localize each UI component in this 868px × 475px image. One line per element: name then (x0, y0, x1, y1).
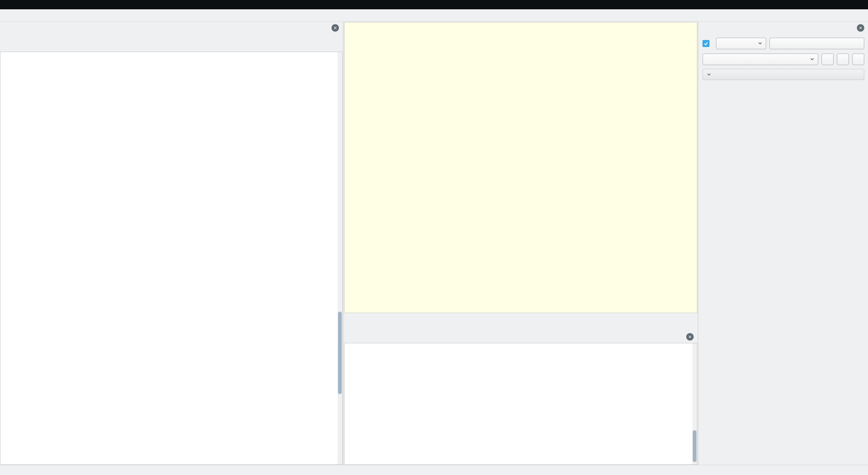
check-icon (703, 41, 709, 46)
customizer-row-1 (702, 38, 864, 49)
save-preset-button[interactable] (852, 54, 864, 65)
chevron-down-icon (758, 40, 762, 47)
customizer-row-2 (702, 54, 864, 65)
customizer-controls (699, 34, 868, 68)
menu-bar (0, 9, 868, 22)
customizer-panel-header (699, 22, 868, 34)
show-details-dropdown[interactable] (716, 38, 766, 49)
console-scrollbar[interactable] (692, 343, 697, 464)
console-scrollbar-thumb[interactable] (693, 430, 696, 462)
add-preset-button[interactable] (822, 54, 834, 65)
center-column (344, 22, 697, 465)
editor-panel (0, 22, 343, 465)
editor-scrollbar[interactable] (338, 52, 342, 464)
editor-scrollbar-thumb[interactable] (338, 312, 342, 394)
remove-preset-button[interactable] (837, 54, 849, 65)
openscad-window: { "window": { "title": "screw_nut_piecew… (0, 0, 868, 475)
customizer-panel (699, 22, 868, 465)
3d-viewport[interactable] (344, 22, 697, 313)
title-bar[interactable] (0, 0, 868, 9)
main-area (0, 22, 868, 465)
chevron-down-icon (810, 56, 815, 63)
parameters-header[interactable] (702, 69, 864, 80)
viewport-toolbar (344, 313, 697, 331)
reset-button[interactable] (769, 38, 864, 49)
editor-panel-header (0, 22, 343, 34)
editor-close-icon[interactable] (331, 24, 339, 32)
code-editor[interactable] (0, 52, 343, 465)
chevron-down-icon (707, 72, 711, 77)
automatic-preview-checkbox[interactable] (702, 40, 709, 47)
close-x-icon (333, 26, 337, 30)
console-panel-header (344, 331, 697, 343)
console-log[interactable] (344, 343, 697, 465)
console-close-icon[interactable] (686, 333, 694, 341)
close-x-icon (859, 26, 862, 30)
close-x-icon (688, 335, 692, 339)
preset-dropdown[interactable] (702, 54, 818, 65)
editor-toolbar (0, 34, 343, 52)
customizer-close-icon[interactable] (857, 24, 864, 32)
status-bar (0, 465, 868, 475)
console-panel (344, 331, 697, 465)
3d-canvas[interactable] (345, 22, 697, 313)
